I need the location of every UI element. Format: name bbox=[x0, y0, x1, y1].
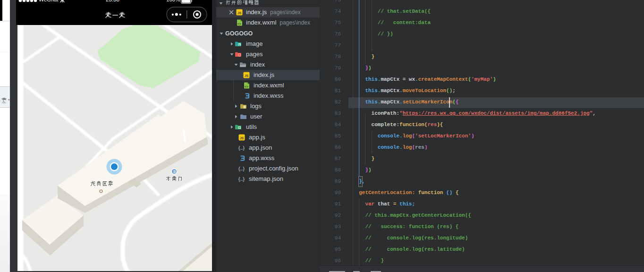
svg-text:{..}: {..} bbox=[238, 166, 245, 171]
svg-text:JS: JS bbox=[245, 74, 249, 77]
svg-text:<>: <> bbox=[237, 23, 241, 26]
svg-text:{..}: {..} bbox=[238, 145, 245, 151]
svg-text:JS: JS bbox=[237, 11, 242, 15]
svg-text:{..}: {..} bbox=[238, 177, 245, 182]
svg-text:JS: JS bbox=[240, 136, 244, 140]
svg-text:<>: <> bbox=[245, 85, 248, 89]
